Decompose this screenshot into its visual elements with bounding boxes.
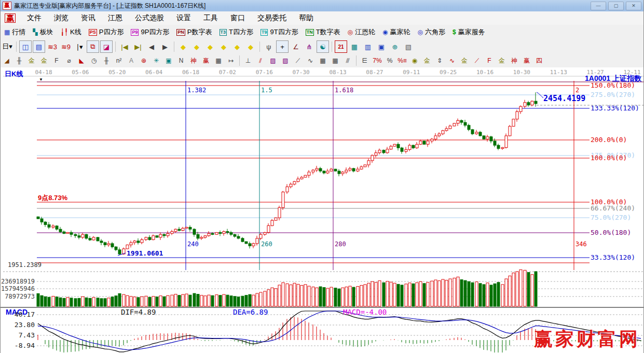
- grid-ticks-icon[interactable]: ╫: [13, 55, 25, 66]
- ying-fan-icon[interactable]: 赢: [521, 55, 532, 66]
- a-channel-icon[interactable]: A: [126, 55, 137, 66]
- fan-lines-icon[interactable]: ⫽: [255, 55, 266, 66]
- span-arrow-icon[interactable]: ↦: [225, 55, 237, 66]
- bars-9-icon[interactable]: ≋9: [60, 40, 72, 53]
- angle-tool-icon[interactable]: ∠: [290, 40, 302, 53]
- gold-line-1-icon[interactable]: 金: [26, 55, 37, 66]
- menu-0[interactable]: 文件: [21, 12, 48, 23]
- calendar-21-icon[interactable]: 21: [335, 40, 347, 53]
- circle-cross-icon[interactable]: ⊕: [138, 55, 149, 66]
- first-bar-icon[interactable]: |◀: [118, 40, 131, 53]
- gold-circle-icon[interactable]: ◉: [409, 55, 420, 66]
- sectors-button[interactable]: ▚板块: [29, 26, 57, 38]
- gold-line-2-icon[interactable]: 金: [38, 55, 50, 66]
- menu-7[interactable]: 窗口: [224, 12, 251, 23]
- winner-wheel-button[interactable]: ◉赢家轮: [379, 26, 414, 38]
- kline-button[interactable]: ╽╿K线: [57, 26, 85, 38]
- globe-time-icon[interactable]: ⊕: [389, 40, 401, 53]
- menu-2[interactable]: 资讯: [75, 12, 102, 23]
- t-table-button[interactable]: TNT数字表: [302, 26, 344, 38]
- trend-line-icon[interactable]: ⟋: [292, 55, 304, 66]
- zhang-tool-icon[interactable]: ⧉: [87, 40, 99, 53]
- an-wave-icon[interactable]: ∿: [446, 55, 458, 66]
- star-burst-icon[interactable]: ✳: [150, 55, 162, 66]
- gann-wheel-button[interactable]: ◎江恩轮: [344, 26, 379, 38]
- four-fan-icon[interactable]: 四: [533, 55, 545, 66]
- diamond-h-icon[interactable]: ◆: [204, 40, 216, 53]
- shen-tool-icon[interactable]: 神: [188, 55, 199, 66]
- percent-t-icon[interactable]: 7%: [372, 55, 383, 66]
- crosshair-tool-icon[interactable]: +: [276, 40, 289, 53]
- diamond-all-icon[interactable]: ◆: [244, 40, 257, 53]
- f-fan-icon[interactable]: F: [484, 55, 495, 66]
- p-table-button[interactable]: PNP数字表: [173, 26, 215, 38]
- step-scale-icon[interactable]: ⋿: [359, 55, 371, 66]
- winner-service-button[interactable]: $赢家服务: [449, 26, 489, 38]
- next-bar-icon[interactable]: ▶: [159, 40, 171, 53]
- last-bar-icon[interactable]: ▶|: [132, 40, 144, 53]
- percent-lines-icon[interactable]: %≡: [396, 55, 408, 66]
- notepad-icon[interactable]: ▥: [362, 40, 374, 53]
- red-pencil-icon[interactable]: ◣: [76, 55, 87, 66]
- clock-cycle-icon[interactable]: ◷: [88, 55, 100, 66]
- multi-lines-icon[interactable]: ⫻: [342, 55, 353, 66]
- ying-tool-icon[interactable]: 赢: [200, 55, 212, 66]
- t-square-button[interactable]: T3T四方形: [216, 26, 257, 38]
- 9p-square-button[interactable]: P99P四方形: [127, 26, 173, 38]
- save-icon[interactable]: ▣: [375, 40, 388, 53]
- chart-list-icon[interactable]: ▤: [33, 40, 45, 53]
- volume-bar: [230, 296, 232, 306]
- gann-hline-label: 33.33%(120): [591, 253, 635, 261]
- menu-1[interactable]: 浏览: [48, 12, 75, 23]
- remote-pc-icon[interactable]: ▧: [402, 40, 415, 53]
- grid-a-icon[interactable]: ▦: [317, 55, 328, 66]
- shen-fan-icon[interactable]: 神: [509, 55, 520, 66]
- menu-4[interactable]: 公式选股: [129, 12, 170, 23]
- menu-5[interactable]: 设置: [170, 12, 197, 23]
- shaded-box-2-icon[interactable]: ▧: [280, 55, 291, 66]
- pencil-tool-icon[interactable]: ◢: [1, 55, 12, 66]
- f-line-icon[interactable]: F: [51, 55, 62, 66]
- hexagon-button[interactable]: ◎六角形: [414, 26, 449, 38]
- gold-fan-icon[interactable]: 金: [459, 55, 470, 66]
- shaded-box-1-icon[interactable]: ▨: [267, 55, 279, 66]
- gold-three-icon[interactable]: 金: [421, 55, 433, 66]
- bars-3-icon[interactable]: ≋3: [46, 40, 59, 53]
- grid-b-icon[interactable]: ▦: [330, 55, 341, 66]
- calculator-icon[interactable]: ▦: [348, 40, 361, 53]
- diamond-star-icon[interactable]: ◆: [231, 40, 243, 53]
- menu-3[interactable]: 江恩: [102, 12, 129, 23]
- period-day-icon[interactable]: 日▾: [1, 40, 13, 53]
- percent-icon[interactable]: %: [384, 55, 395, 66]
- 9t-square-button[interactable]: T99T四方形: [257, 26, 302, 38]
- updown-icon[interactable]: ⇕: [434, 55, 445, 66]
- menu-6[interactable]: 工具: [197, 12, 224, 23]
- quotes-button[interactable]: ▦行情: [1, 26, 29, 38]
- minimize-button[interactable]: —: [591, 2, 606, 10]
- brain-tool-icon[interactable]: ☯: [317, 40, 329, 53]
- diamond-cross-icon[interactable]: ◆: [217, 40, 230, 53]
- hand-tool-icon[interactable]: ψ: [263, 40, 275, 53]
- j-fan-icon[interactable]: ⟋: [471, 55, 483, 66]
- diamond-right-icon[interactable]: ◆: [190, 40, 203, 53]
- diamond-left-icon[interactable]: ◆: [177, 40, 189, 53]
- wave-line-icon[interactable]: ∿: [305, 55, 316, 66]
- spiral-icon[interactable]: ⌀: [63, 55, 75, 66]
- menu-8[interactable]: 交易委托: [251, 12, 293, 23]
- p-square-button[interactable]: PSP四方形: [85, 26, 128, 38]
- prev-bar-icon[interactable]: ◀: [145, 40, 158, 53]
- gold-angle-icon[interactable]: 金: [496, 55, 508, 66]
- menu-9[interactable]: 帮助: [293, 12, 320, 23]
- gann-grid-tool-icon[interactable]: ⋔: [303, 40, 316, 53]
- chart-net-icon[interactable]: ◫: [19, 40, 32, 53]
- candle-style-icon[interactable]: ∣▾: [73, 40, 86, 53]
- n-mark-icon[interactable]: Ν: [175, 55, 187, 66]
- tick-row-icon[interactable]: ╫: [101, 55, 112, 66]
- n-squared-icon[interactable]: n²: [113, 55, 125, 66]
- t-frame-icon[interactable]: ⊥: [242, 55, 254, 66]
- maximize-button[interactable]: ▢: [608, 2, 624, 10]
- histogram-tool-icon[interactable]: ◪: [100, 40, 113, 53]
- box-star-icon[interactable]: ▣: [163, 55, 174, 66]
- close-button[interactable]: ✕: [626, 2, 641, 10]
- grid-123-icon[interactable]: ▦: [213, 55, 224, 66]
